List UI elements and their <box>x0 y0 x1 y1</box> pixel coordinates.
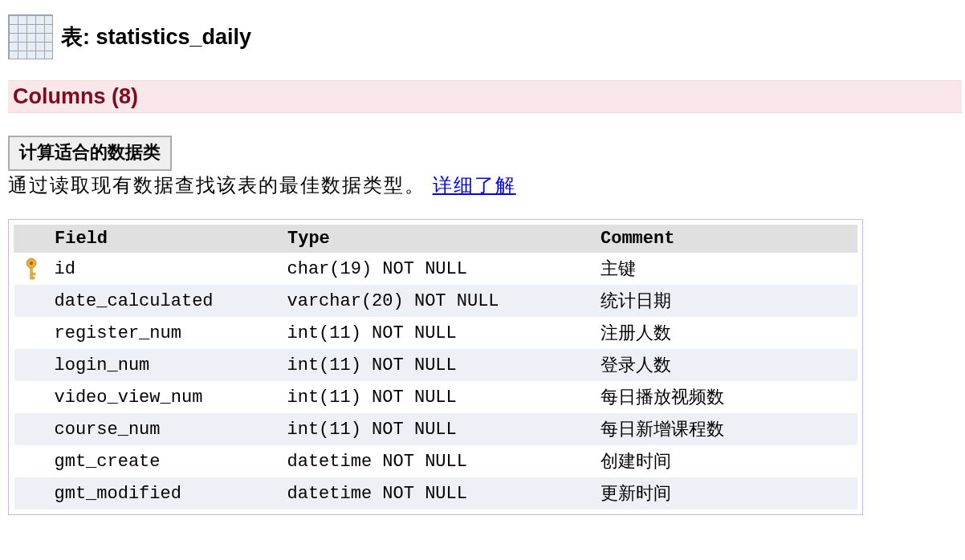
type-cell: int(11) NOT NULL <box>281 317 594 349</box>
field-cell: id <box>48 253 281 286</box>
comment-cell: 每日播放视频数 <box>594 381 857 413</box>
type-cell: char(19) NOT NULL <box>281 253 594 286</box>
comment-cell: 统计日期 <box>594 285 857 317</box>
comment-cell: 主键 <box>594 253 857 286</box>
primary-key-cell <box>14 285 48 317</box>
type-cell: datetime NOT NULL <box>281 477 594 509</box>
columns-table: Field Type Comment idchar(19) NOT NULL主键… <box>14 225 857 509</box>
comment-cell: 更新时间 <box>594 477 857 509</box>
svg-rect-4 <box>32 277 35 279</box>
primary-key-cell <box>14 445 48 477</box>
table-row: idchar(19) NOT NULL主键 <box>14 253 857 286</box>
table-row: register_numint(11) NOT NULL注册人数 <box>14 317 857 349</box>
table-row: course_numint(11) NOT NULL每日新增课程数 <box>14 413 857 445</box>
table-icon <box>8 14 53 59</box>
comment-cell: 登录人数 <box>594 349 857 381</box>
field-cell: course_num <box>48 413 281 445</box>
field-cell: date_calculated <box>48 285 281 317</box>
type-cell: int(11) NOT NULL <box>281 349 594 381</box>
table-row: login_numint(11) NOT NULL登录人数 <box>14 349 857 381</box>
columns-count: 8 <box>119 84 131 108</box>
optimize-description-text: 通过读取现有数据查找该表的最佳数据类型。 <box>8 174 433 196</box>
primary-key-cell <box>14 477 48 509</box>
comment-cell: 注册人数 <box>594 317 857 349</box>
type-cell: datetime NOT NULL <box>281 445 594 477</box>
type-cell: varchar(20) NOT NULL <box>281 285 594 317</box>
columns-label-suffix: ) <box>131 84 138 108</box>
field-cell: gmt_modified <box>48 477 281 509</box>
field-cell: video_view_num <box>48 381 281 413</box>
type-cell: int(11) NOT NULL <box>281 413 594 445</box>
svg-rect-3 <box>32 273 35 275</box>
table-row: video_view_numint(11) NOT NULL每日播放视频数 <box>14 381 857 413</box>
learn-more-link[interactable]: 详细了解 <box>433 174 516 196</box>
header-comment: Comment <box>594 225 857 253</box>
field-cell: register_num <box>48 317 281 349</box>
primary-key-cell <box>14 381 48 413</box>
table-row: gmt_createdatetime NOT NULL创建时间 <box>14 445 857 477</box>
field-cell: gmt_create <box>48 445 281 477</box>
type-cell: int(11) NOT NULL <box>281 381 594 413</box>
svg-point-1 <box>29 262 32 265</box>
columns-table-header-row: Field Type Comment <box>14 225 857 253</box>
header-type: Type <box>281 225 594 253</box>
header-field: Field <box>48 225 281 253</box>
comment-cell: 每日新增课程数 <box>594 413 857 445</box>
columns-section-header: Columns (8) <box>8 80 962 113</box>
primary-key-cell <box>14 317 48 349</box>
table-row: date_calculatedvarchar(20) NOT NULL统计日期 <box>14 285 857 317</box>
columns-label-prefix: Columns ( <box>13 84 119 108</box>
title-table-name: statistics_daily <box>96 25 252 49</box>
primary-key-cell <box>14 413 48 445</box>
header-key <box>14 225 48 253</box>
comment-cell: 创建时间 <box>594 445 857 477</box>
field-cell: login_num <box>48 349 281 381</box>
page-title-row: 表: statistics_daily <box>8 14 962 59</box>
table-row: gmt_modifieddatetime NOT NULL更新时间 <box>14 477 857 509</box>
optimize-description: 通过读取现有数据查找该表的最佳数据类型。 详细了解 <box>8 172 962 198</box>
primary-key-icon <box>21 257 42 281</box>
primary-key-cell <box>14 253 48 286</box>
columns-table-container: Field Type Comment idchar(19) NOT NULL主键… <box>8 219 863 515</box>
primary-key-cell <box>14 349 48 381</box>
title-prefix: 表: <box>61 25 96 49</box>
optimize-datatypes-button[interactable]: 计算适合的数据类 <box>8 136 172 171</box>
page-title: 表: statistics_daily <box>61 22 251 51</box>
